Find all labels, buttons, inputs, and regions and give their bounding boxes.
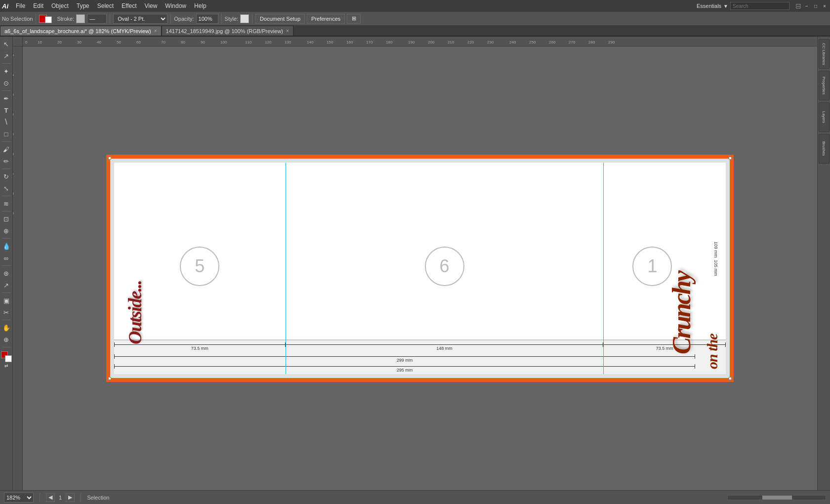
graph-tool[interactable]: ↗ (1, 280, 12, 291)
svg-text:250: 250 (529, 40, 536, 44)
menu-select[interactable]: Select (94, 1, 117, 10)
menu-object[interactable]: Object (48, 1, 72, 10)
svg-text:200: 200 (428, 40, 435, 44)
svg-text:100: 100 (220, 40, 227, 44)
opacity-input[interactable] (196, 14, 218, 24)
pencil-tool[interactable]: ✏ (1, 156, 12, 167)
free-transform-tool[interactable]: ⊡ (1, 213, 12, 224)
type-tool[interactable]: T (1, 105, 12, 116)
svg-text:20: 20 (57, 40, 62, 44)
search-input[interactable] (730, 2, 789, 10)
properties-panel[interactable]: Properties (819, 71, 830, 100)
stroke-color[interactable] (45, 16, 52, 23)
toolbar-separator-3 (170, 14, 171, 24)
magic-wand-tool[interactable]: ✦ (1, 66, 12, 77)
shape-builder-tool[interactable]: ⊕ (1, 225, 12, 236)
zoom-select[interactable]: 182% (4, 493, 34, 503)
tab-1-close[interactable]: × (286, 28, 289, 34)
symbol-sprayer-tool[interactable]: ⊛ (1, 268, 12, 279)
guide-line-v1 (286, 163, 286, 374)
toolbox: ↖ ↗ ✦ ⊙ ✒ T \ □ 🖌 ✏ ↻ ⤡ ≋ ⊡ ⊕ 💧 ∞ ⊛ ↗ ▣ … (0, 37, 13, 490)
slice-tool[interactable]: ✂ (1, 307, 12, 318)
tab-1[interactable]: 1417142_18519949.jpg @ 100% (RGB/Preview… (162, 26, 293, 36)
prev-page-button[interactable]: ◀ (46, 493, 55, 502)
scale-tool[interactable]: ⤡ (1, 183, 12, 194)
tool-sep-1 (2, 63, 11, 64)
paintbrush-tool[interactable]: 🖌 (1, 144, 12, 155)
eyedropper-tool[interactable]: 💧 (1, 241, 12, 252)
artboard-inner[interactable]: Outside... 5 6 1 Crunchy (114, 163, 726, 374)
artboard-tool[interactable]: ▣ (1, 295, 12, 306)
svg-text:9: 9 (13, 212, 15, 214)
meas-row-1: 73.5 mm 148 mm (114, 344, 726, 351)
artboard-outer: Outside... 5 6 1 Crunchy (106, 155, 734, 382)
tool-sep-3 (2, 141, 11, 142)
toolbar-separator-2 (110, 14, 110, 24)
menu-effect[interactable]: Effect (118, 1, 140, 10)
tab-0[interactable]: a6_6s_of_landscape_brochure.ai* @ 182% (… (0, 26, 162, 36)
meas-center-label: 148 mm (436, 346, 453, 351)
menubar-right-controls: Essentials ▼ ⊟ − □ × (697, 2, 828, 10)
canvas-area[interactable]: 0 10 20 30 40 50 60 70 80 90 100 110 120… (13, 37, 817, 490)
cc-libraries-panel[interactable]: CC Libraries (819, 39, 830, 69)
blend-tool[interactable]: ∞ (1, 252, 12, 263)
stroke-swatch[interactable] (76, 14, 85, 23)
scroll-indicator[interactable] (727, 495, 826, 500)
svg-text:270: 270 (569, 40, 576, 44)
rotate-tool[interactable]: ↻ (1, 171, 12, 182)
line-tool[interactable]: \ (1, 117, 12, 127)
stroke-width-input[interactable] (87, 14, 107, 24)
meas-total-2-label: 295 mm (397, 368, 413, 373)
svg-text:6: 6 (13, 153, 15, 155)
direct-selection-tool[interactable]: ↗ (1, 50, 12, 61)
menu-window[interactable]: Window (162, 1, 190, 10)
tool-name: Selection (87, 495, 109, 501)
warp-tool[interactable]: ≋ (1, 198, 12, 209)
page-number: 1 (59, 495, 62, 501)
preferences-button[interactable]: Preferences (307, 14, 345, 24)
panel-6-circle: 6 (425, 247, 464, 286)
tab-0-close[interactable]: × (154, 28, 157, 34)
tool-sep-6 (2, 211, 11, 211)
tool-sep-2 (2, 90, 11, 91)
lasso-tool[interactable]: ⊙ (1, 78, 12, 88)
minimize-button[interactable]: − (803, 2, 810, 9)
svg-text:120: 120 (265, 40, 272, 44)
tool-sep-10 (2, 320, 11, 320)
arrange-button[interactable]: ⊞ (347, 14, 361, 24)
style-swatch[interactable] (240, 14, 249, 23)
scroll-thumb[interactable] (762, 496, 792, 500)
ruler-horizontal: 0 10 20 30 40 50 60 70 80 90 100 110 120… (23, 37, 817, 46)
menu-view[interactable]: View (141, 1, 161, 10)
outside-decorative-text: Outside... (124, 172, 146, 344)
tab-1-label: 1417142_18519949.jpg @ 100% (RGB/Preview… (166, 28, 283, 34)
hand-tool[interactable]: ✋ (1, 322, 12, 333)
statusbar-separator-1 (40, 493, 40, 502)
document-setup-button[interactable]: Document Setup (255, 14, 305, 24)
maximize-button[interactable]: □ (812, 2, 819, 9)
layers-panel[interactable]: Layers (819, 102, 830, 132)
workspace-chevron[interactable]: ▼ (723, 3, 728, 9)
rect-tool[interactable]: □ (1, 128, 12, 139)
menu-help[interactable]: Help (191, 1, 210, 10)
tool-sep-4 (2, 168, 11, 169)
menu-type[interactable]: Type (73, 1, 93, 10)
brush-select[interactable]: Oval - 2 Pt. (113, 14, 167, 24)
workspace-selector[interactable]: Essentials (697, 3, 721, 9)
tool-sep-7 (2, 238, 11, 239)
next-page-button[interactable]: ▶ (66, 493, 75, 502)
menu-edit[interactable]: Edit (30, 1, 47, 10)
svg-text:110: 110 (245, 40, 252, 44)
close-button[interactable]: × (821, 2, 828, 9)
svg-text:0: 0 (25, 40, 28, 44)
no-selection-label: No Selection (2, 16, 33, 22)
brushes-panel[interactable]: Brushes (819, 134, 830, 164)
fill-stroke-selector[interactable] (1, 351, 12, 362)
pen-tool[interactable]: ✒ (1, 93, 12, 104)
swap-icon[interactable]: ⇄ (4, 363, 8, 368)
menu-file[interactable]: File (12, 1, 29, 10)
svg-text:230: 230 (487, 40, 494, 44)
crunchy-decorative-text: Crunchy (667, 168, 696, 354)
zoom-tool[interactable]: ⊕ (1, 334, 12, 345)
selection-tool[interactable]: ↖ (1, 39, 12, 49)
